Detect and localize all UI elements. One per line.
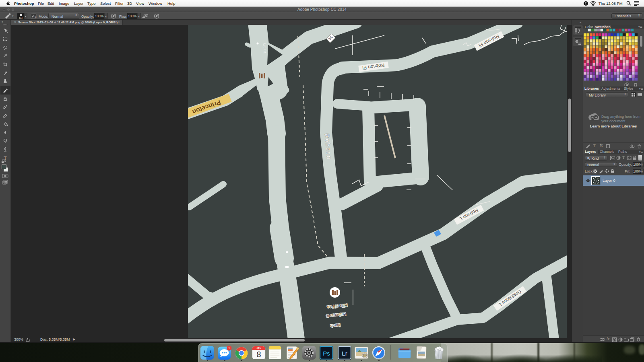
- svg-text:8: 8: [256, 350, 261, 359]
- svg-text:Ps: Ps: [323, 350, 330, 357]
- svg-text:Lr: Lr: [342, 350, 347, 357]
- svg-text:B: B: [35, 15, 37, 18]
- svg-text:1: 1: [228, 346, 230, 350]
- svg-text:JAN: JAN: [256, 347, 262, 350]
